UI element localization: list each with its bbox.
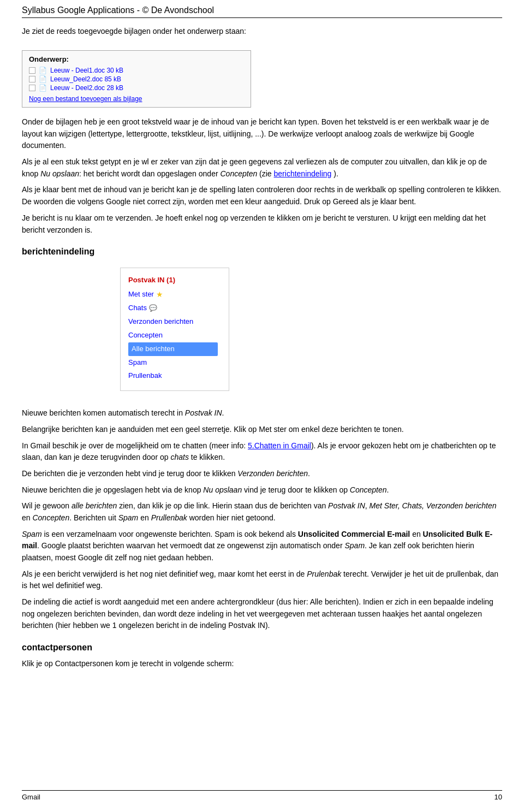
paragraph-3: Als je klaar bent met de inhoud van je b… — [22, 184, 502, 208]
menu-item-verzonden[interactable]: Verzonden berichten — [128, 315, 218, 329]
attachment-item-3: 📄 Leeuw - Deel2.doc 28 kB — [29, 84, 244, 92]
menu-item-met-ster[interactable]: Met ster ★ — [128, 287, 218, 301]
attachment-name-3: Leeuw - Deel2.doc 28 kB — [50, 84, 123, 92]
add-attachment-link[interactable]: Nog een bestand toevoegen als bijlage — [29, 95, 244, 103]
menu-item-alle-berichten[interactable]: Alle berichten — [128, 342, 218, 356]
menu-item-postvak-in[interactable]: Postvak IN (1) — [128, 274, 218, 287]
paragraph-9: Nieuwe berichten die je opgeslagen hebt … — [22, 484, 502, 496]
attachment-name-2: Leeuw_Deel2.doc 85 kB — [50, 75, 121, 83]
met-ster-label: Met ster — [128, 289, 154, 300]
contactpersonen-section: contactpersonen Klik je op Contactperson… — [22, 643, 502, 670]
paragraph-1: Onder de bijlagen heb je een groot tekst… — [22, 116, 502, 152]
attachment-item-1: 📄 Leeuw - Deel1.doc 30 kB — [29, 67, 244, 74]
paragraph-7: In Gmail beschik je over de mogelijkheid… — [22, 440, 502, 464]
contactpersonen-paragraph: Klik je op Contactpersonen kom je terech… — [22, 658, 502, 670]
gmail-menu-box: Postvak IN (1) Met ster ★ Chats 💬 Verzon… — [120, 268, 229, 391]
paper-icon-2: 📄 — [39, 75, 47, 83]
menu-item-prullenbak[interactable]: Prullenbak — [128, 369, 218, 383]
page-title: Syllabus Google Applications - © De Avon… — [22, 5, 502, 18]
paragraph-11: Spam is een verzamelnaam voor ongewenste… — [22, 529, 502, 564]
menu-item-chats[interactable]: Chats 💬 — [128, 301, 218, 315]
chats-label: Chats — [128, 303, 147, 314]
paragraph-4: Je bericht is nu klaar om te verzenden. … — [22, 212, 502, 236]
footer-left: Gmail — [22, 793, 40, 801]
attachment-item-2: 📄 Leeuw_Deel2.doc 85 kB — [29, 75, 244, 83]
berichtenindeling-section: berichtenindeling Postvak IN (1) Met ste… — [22, 247, 502, 396]
menu-item-spam[interactable]: Spam — [128, 356, 218, 370]
menu-item-concepten[interactable]: Concepten — [128, 329, 218, 342]
verzonden-label: Verzonden berichten — [128, 316, 193, 328]
chat-icon: 💬 — [149, 303, 157, 313]
attachment-name-1: Leeuw - Deel1.doc 30 kB — [50, 67, 123, 74]
paragraph-6: Belangrijke berichten kan je aanduiden m… — [22, 424, 502, 436]
paragraph-10: Wil je gewoon alle berichten zien, dan k… — [22, 500, 502, 524]
footer-right: 10 — [495, 793, 502, 801]
paragraph-8: De berichten die je verzonden hebt vind … — [22, 468, 502, 480]
checkbox-3[interactable] — [29, 85, 35, 91]
star-icon: ★ — [156, 288, 163, 300]
checkbox-2[interactable] — [29, 76, 35, 82]
checkbox-1[interactable] — [29, 67, 35, 74]
paper-icon-1: 📄 — [39, 67, 47, 74]
paper-icon-3: 📄 — [39, 84, 47, 92]
attachment-box: Onderwerp: 📄 Leeuw - Deel1.doc 30 kB 📄 L… — [22, 50, 251, 108]
paragraph-12: Als je een bericht verwijderd is het nog… — [22, 568, 502, 592]
alle-berichten-label: Alle berichten — [132, 343, 175, 355]
attachment-label: Onderwerp: — [29, 55, 244, 63]
paragraph-5: Nieuwe berichten komen automatisch terec… — [22, 407, 502, 419]
prullenbak-label: Prullenbak — [128, 370, 162, 382]
berichtenindeling-link[interactable]: berichtenindeling — [274, 169, 332, 178]
berichtenindeling-heading: berichtenindeling — [22, 247, 502, 257]
intro-text: Je ziet de reeds toegevoegde bijlagen on… — [22, 26, 502, 37]
concepten-label: Concepten — [128, 330, 163, 341]
chatten-link[interactable]: 5.Chatten in Gmail — [248, 441, 311, 450]
spam-label: Spam — [128, 357, 147, 369]
paragraph-2: Als je al een stuk tekst getypt en je wl… — [22, 156, 502, 180]
paragraph-13: De indeling die actief is wordt aangedui… — [22, 596, 502, 632]
page-footer: Gmail 10 — [22, 790, 502, 801]
postvak-in-label: Postvak IN (1) — [128, 275, 175, 286]
contactpersonen-heading: contactpersonen — [22, 643, 502, 653]
